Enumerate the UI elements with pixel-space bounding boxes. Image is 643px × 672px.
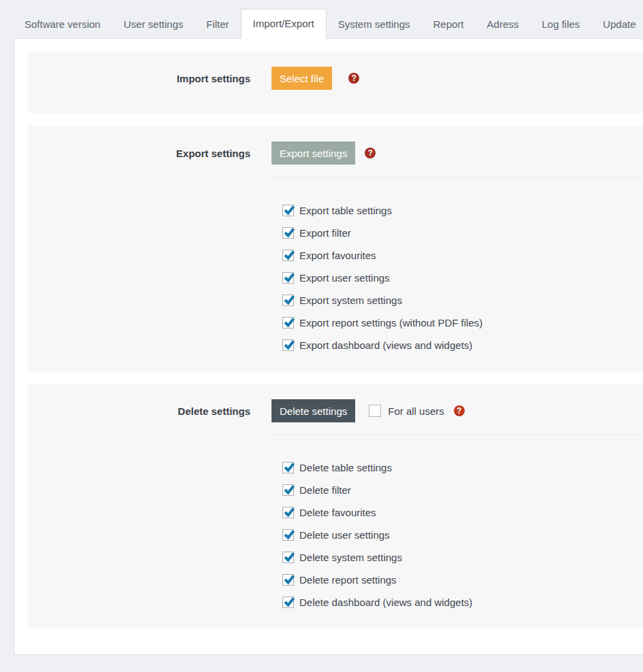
checkbox-label[interactable]: Delete report settings xyxy=(299,574,397,586)
tab-filter[interactable]: Filter xyxy=(195,10,240,39)
help-icon[interactable]: ? xyxy=(454,405,465,416)
checkmark-icon xyxy=(283,294,295,306)
tab-import-export[interactable]: Import/Export xyxy=(241,9,327,39)
export-settings-button[interactable]: Export settings xyxy=(271,141,355,165)
tab-log-files[interactable]: Log files xyxy=(530,10,591,39)
checkmark-icon xyxy=(283,528,295,541)
delete-settings-section: Delete settings Delete settings For all … xyxy=(28,384,643,628)
checkmark-icon xyxy=(283,551,295,563)
export-option-row: Export filter xyxy=(282,222,643,244)
export-option-row: Export table settings xyxy=(282,199,643,222)
delete-settings-header: Delete settings Delete settings For all … xyxy=(28,384,643,422)
checkmark-icon xyxy=(283,461,295,473)
checkmark-icon xyxy=(283,339,295,351)
checkbox-label[interactable]: Export table settings xyxy=(299,205,392,216)
export-settings-section: Export settings Export settings ? Export… xyxy=(28,126,643,371)
checkbox-label[interactable]: Delete user settings xyxy=(299,529,390,541)
checkbox[interactable] xyxy=(282,295,294,306)
export-options-list: Export table settings Export filter Expo… xyxy=(28,199,643,356)
divider xyxy=(271,435,643,435)
checkbox[interactable] xyxy=(282,339,294,351)
checkbox-label[interactable]: Export filter xyxy=(299,227,351,239)
for-all-users-checkbox[interactable] xyxy=(369,405,381,417)
tab-update[interactable]: Update xyxy=(591,10,643,39)
checkbox[interactable] xyxy=(282,507,294,518)
checkbox[interactable] xyxy=(282,462,294,473)
checkbox-label[interactable]: Export favourites xyxy=(299,250,376,261)
import-settings-header: Import settings Select file ? xyxy=(28,52,643,90)
export-option-row: Export dashboard (views and widgets) xyxy=(282,334,643,356)
checkbox[interactable] xyxy=(282,484,294,496)
delete-settings-label: Delete settings xyxy=(28,405,250,417)
tab-bar: Software version User settings Filter Im… xyxy=(0,0,643,39)
checkbox[interactable] xyxy=(282,227,294,239)
delete-option-row: Delete table settings xyxy=(282,456,643,479)
select-file-button[interactable]: Select file xyxy=(271,67,332,90)
checkbox[interactable] xyxy=(282,597,294,608)
checkbox[interactable] xyxy=(282,272,294,284)
checkbox[interactable] xyxy=(282,574,294,586)
checkmark-icon xyxy=(283,573,295,586)
checkbox-label[interactable]: Export report settings (without PDF file… xyxy=(299,317,482,329)
delete-option-row: Delete report settings xyxy=(282,569,643,591)
checkbox-label[interactable]: Delete table settings xyxy=(299,462,392,473)
tab-report[interactable]: Report xyxy=(422,10,476,39)
for-all-users-label[interactable]: For all users xyxy=(388,405,444,417)
export-settings-label: Export settings xyxy=(28,148,250,159)
checkmark-icon xyxy=(283,204,295,216)
checkbox-label[interactable]: Export system settings xyxy=(299,295,402,306)
checkmark-icon xyxy=(283,506,295,518)
checkmark-icon xyxy=(283,316,295,329)
import-settings-section: Import settings Select file ? xyxy=(28,52,643,113)
checkmark-icon xyxy=(283,226,295,239)
delete-settings-button[interactable]: Delete settings xyxy=(271,399,355,422)
tab-adress[interactable]: Adress xyxy=(476,10,531,39)
tab-system-settings[interactable]: System settings xyxy=(327,10,422,39)
checkbox[interactable] xyxy=(282,250,294,261)
checkmark-icon xyxy=(283,484,295,496)
export-option-row: Export user settings xyxy=(282,267,643,289)
delete-option-row: Delete system settings xyxy=(282,546,643,569)
help-icon[interactable]: ? xyxy=(365,148,376,158)
checkbox-label[interactable]: Delete system settings xyxy=(299,552,402,563)
delete-option-row: Delete favourites xyxy=(282,501,643,524)
export-option-row: Export favourites xyxy=(282,244,643,267)
checkbox-label[interactable]: Delete filter xyxy=(299,484,351,496)
checkbox[interactable] xyxy=(282,552,294,563)
import-settings-label: Import settings xyxy=(28,73,250,84)
checkbox[interactable] xyxy=(282,529,294,541)
checkmark-icon xyxy=(283,271,295,284)
checkbox-label[interactable]: Delete dashboard (views and widgets) xyxy=(299,597,472,608)
export-settings-header: Export settings Export settings ? xyxy=(28,126,643,165)
checkbox[interactable] xyxy=(282,205,294,216)
checkbox-label[interactable]: Delete favourites xyxy=(299,507,376,518)
delete-option-row: Delete user settings xyxy=(282,524,643,546)
divider xyxy=(271,178,643,178)
delete-option-row: Delete filter xyxy=(282,479,643,501)
checkmark-icon xyxy=(283,249,295,261)
checkbox-label[interactable]: Export dashboard (views and widgets) xyxy=(299,339,472,351)
checkbox-label[interactable]: Export user settings xyxy=(299,272,390,284)
tab-user-settings[interactable]: User settings xyxy=(112,10,195,39)
checkbox[interactable] xyxy=(282,317,294,329)
for-all-users-option: For all users xyxy=(369,405,444,417)
checkmark-icon xyxy=(283,596,295,608)
import-export-panel: Import settings Select file ? Export set… xyxy=(14,38,643,655)
help-icon[interactable]: ? xyxy=(348,73,359,84)
tab-software-version[interactable]: Software version xyxy=(13,10,112,39)
export-option-row: Export report settings (without PDF file… xyxy=(282,312,643,334)
export-option-row: Export system settings xyxy=(282,289,643,312)
delete-options-list: Delete table settings Delete filter Dele… xyxy=(28,456,643,614)
delete-option-row: Delete dashboard (views and widgets) xyxy=(282,591,643,614)
